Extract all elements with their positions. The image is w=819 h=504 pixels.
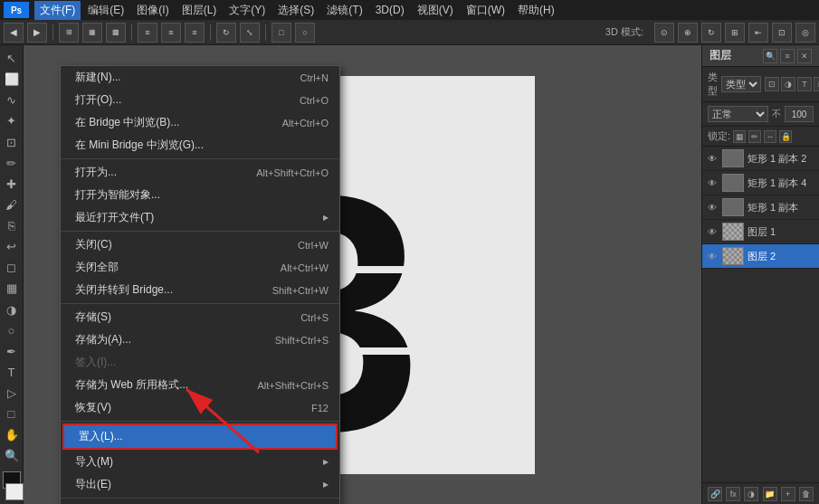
menu-item-save[interactable]: 存储(S) Ctrl+S xyxy=(61,306,339,328)
toolbar-align-left[interactable]: ≡ xyxy=(138,23,157,43)
layer-fx-icon[interactable]: fx xyxy=(726,487,740,501)
menu-item-recent[interactable]: 最近打开文件(T) xyxy=(61,206,339,229)
menu-window[interactable]: 窗口(W) xyxy=(461,1,510,20)
layer-item-1[interactable]: 👁 矩形 1 副本 4 xyxy=(702,171,819,195)
toolbar-3d-btn2[interactable]: ⊕ xyxy=(678,23,698,43)
menu-item-mini-bridge[interactable]: 在 Mini Bridge 中浏览(G)... xyxy=(61,134,339,157)
toolbar-3d-btn1[interactable]: ⊙ xyxy=(654,23,674,43)
toolbar-rotate[interactable]: ↻ xyxy=(216,23,236,43)
menu-text[interactable]: 文字(Y) xyxy=(224,1,271,20)
tool-brush[interactable]: 🖌 xyxy=(2,195,22,214)
tool-history[interactable]: ↩ xyxy=(2,237,22,256)
tool-gradient[interactable]: ▦ xyxy=(2,279,22,298)
toolbar-3d-btn4[interactable]: ⊞ xyxy=(725,23,745,43)
menu-item-open-as[interactable]: 打开为... Alt+Shift+Ctrl+O xyxy=(61,161,339,184)
menu-filter[interactable]: 滤镜(T) xyxy=(321,1,367,20)
layers-options-icon[interactable]: ≡ xyxy=(780,49,795,63)
toolbar-arrow-left[interactable]: ◀ xyxy=(4,23,24,43)
layers-close-icon[interactable]: ✕ xyxy=(797,49,812,63)
blend-mode-select[interactable]: 正常 xyxy=(708,106,768,122)
layer-item-0[interactable]: 👁 矩形 1 副本 2 xyxy=(702,147,819,171)
menu-item-close-bridge[interactable]: 关闭并转到 Bridge... Shift+Ctrl+W xyxy=(61,279,339,301)
layer-eye-3[interactable]: 👁 xyxy=(706,225,719,238)
main-area: ↖ ⬜ ∿ ✦ ⊡ ✏ ✚ 🖌 ⎘ ↩ ◻ ▦ ◑ ○ ✒ T ▷ □ ✋ 🔍 … xyxy=(0,45,819,504)
lock-move-icon[interactable]: ↔ xyxy=(764,130,776,143)
tool-eraser[interactable]: ◻ xyxy=(2,258,22,277)
menu-item-new[interactable]: 新建(N)... Ctrl+N xyxy=(61,66,339,89)
toolbar-camera[interactable]: ◎ xyxy=(795,23,815,43)
toolbar-sep-3 xyxy=(210,24,211,41)
layer-group-icon[interactable]: 📁 xyxy=(763,487,777,501)
menu-item-close[interactable]: 关闭(C) Ctrl+W xyxy=(61,233,339,256)
tool-clone[interactable]: ⎘ xyxy=(2,216,22,235)
menu-file[interactable]: 文件(F) xyxy=(34,1,81,20)
filter-pixel-icon[interactable]: ⊡ xyxy=(765,77,779,91)
filter-shape-icon[interactable]: □ xyxy=(814,77,819,91)
menu-view[interactable]: 视图(V) xyxy=(412,1,459,20)
menu-image[interactable]: 图像(I) xyxy=(131,1,174,20)
toolbar-scale[interactable]: ⤡ xyxy=(240,23,260,43)
layer-eye-2[interactable]: 👁 xyxy=(706,201,719,214)
filter-adjust-icon[interactable]: ◑ xyxy=(781,77,795,91)
tool-crop[interactable]: ⊡ xyxy=(2,133,22,152)
toolbar-align-right[interactable]: ≡ xyxy=(185,23,205,43)
menu-item-close-all[interactable]: 关闭全部 Alt+Ctrl+W xyxy=(61,256,339,279)
menu-item-automate[interactable]: 自动(U) xyxy=(61,500,339,504)
filter-text-icon[interactable]: T xyxy=(797,77,812,91)
tool-eyedropper[interactable]: ✏ xyxy=(2,154,22,173)
filter-type-select[interactable]: 类型 xyxy=(721,76,761,92)
tool-select-rect[interactable]: ⬜ xyxy=(2,70,22,89)
tool-heal[interactable]: ✚ xyxy=(2,175,22,194)
svg-line-5 xyxy=(186,389,259,452)
layer-add-icon[interactable]: + xyxy=(781,487,795,501)
menu-select[interactable]: 选择(S) xyxy=(272,1,319,20)
menu-3d[interactable]: 3D(D) xyxy=(370,2,410,18)
tool-blur[interactable]: ◑ xyxy=(2,300,22,319)
menu-edit[interactable]: 编辑(E) xyxy=(82,1,129,20)
menu-item-open-smart[interactable]: 打开为智能对象... xyxy=(61,184,339,206)
menu-item-export[interactable]: 导出(E) xyxy=(61,473,339,496)
menu-item-bridge[interactable]: 在 Bridge 中浏览(B)... Alt+Ctrl+O xyxy=(61,111,339,134)
toolbar-arrow-right[interactable]: ▶ xyxy=(27,23,47,43)
layer-eye-0[interactable]: 👁 xyxy=(706,152,719,165)
toolbar-box[interactable]: □ xyxy=(271,23,291,43)
tool-move[interactable]: ↖ xyxy=(2,49,22,68)
tool-text[interactable]: T xyxy=(2,363,22,382)
toolbar-3d-btn6[interactable]: ⊡ xyxy=(772,23,792,43)
menu-item-save-as[interactable]: 存储为(A)... Shift+Ctrl+S xyxy=(61,328,339,351)
toolbar-3d-btn5[interactable]: ⇤ xyxy=(748,23,768,43)
sep-5 xyxy=(61,498,339,499)
tool-dodge[interactable]: ○ xyxy=(2,321,22,340)
layers-search-icon[interactable]: 🔍 xyxy=(763,49,777,63)
layer-delete-icon[interactable]: 🗑 xyxy=(799,487,814,501)
layer-item-3[interactable]: 👁 图层 1 xyxy=(702,220,819,244)
layer-name-3: 图层 1 xyxy=(748,225,776,239)
toolbar-sphere[interactable]: ○ xyxy=(295,23,315,43)
tool-path-select[interactable]: ▷ xyxy=(2,384,22,403)
layer-mask-icon[interactable]: ◑ xyxy=(744,487,758,501)
tool-pen[interactable]: ✒ xyxy=(2,342,22,361)
tool-lasso[interactable]: ∿ xyxy=(2,90,22,109)
tool-hand[interactable]: ✋ xyxy=(2,425,22,444)
layer-item-2[interactable]: 👁 矩形 1 副本 xyxy=(702,195,819,220)
layer-eye-1[interactable]: 👁 xyxy=(706,176,719,189)
menu-help[interactable]: 帮助(H) xyxy=(512,1,560,20)
background-color[interactable] xyxy=(5,483,24,500)
tool-shape[interactable]: □ xyxy=(2,404,22,423)
layer-link-icon[interactable]: 🔗 xyxy=(708,487,722,501)
tool-magic-wand[interactable]: ✦ xyxy=(2,111,22,130)
toolbar-grid1[interactable]: ⊞ xyxy=(59,23,79,43)
layer-eye-4[interactable]: 👁 xyxy=(706,250,719,262)
menu-layer[interactable]: 图层(L) xyxy=(176,1,223,20)
lock-all-icon[interactable]: 🔒 xyxy=(779,130,792,143)
lock-paint-icon[interactable]: ✏ xyxy=(748,130,761,143)
tool-zoom[interactable]: 🔍 xyxy=(2,446,22,465)
toolbar-grid3[interactable]: ▩ xyxy=(106,23,126,43)
toolbar-align-center[interactable]: ≡ xyxy=(161,23,181,43)
lock-transparent-icon[interactable]: ▦ xyxy=(733,130,746,143)
opacity-value[interactable]: 100 xyxy=(785,106,814,122)
menu-item-open[interactable]: 打开(O)... Ctrl+O xyxy=(61,89,339,111)
layer-item-4[interactable]: 👁 图层 2 xyxy=(702,244,819,269)
toolbar-3d-btn3[interactable]: ↻ xyxy=(701,23,721,43)
toolbar-grid2[interactable]: ▦ xyxy=(82,23,102,43)
